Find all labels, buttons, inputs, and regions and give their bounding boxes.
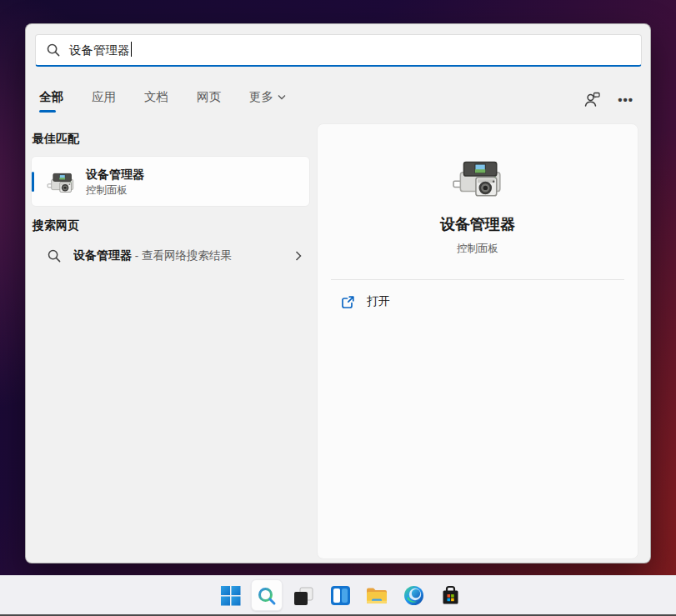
selection-accent-bar [32,172,34,192]
start-button[interactable] [212,576,248,615]
file-explorer-icon [366,586,388,606]
edge-icon [403,585,424,606]
open-action[interactable]: 打开 [341,294,390,309]
search-flyout-panel: 设备管理器 全部 应用 文档 网页 更多 ••• 最佳匹配 [25,23,651,563]
device-manager-icon [452,154,503,199]
preview-subtitle: 控制面板 [318,242,638,256]
best-match-subtitle: 控制面板 [86,183,144,197]
web-search-suffix: - 查看网络搜索结果 [132,249,232,262]
microsoft-store-button[interactable] [432,576,468,615]
chevron-down-icon [278,94,286,100]
windows-start-icon [220,585,241,606]
search-icon [48,249,61,263]
search-tabs: 全部 应用 文档 网页 更多 ••• [38,83,633,116]
ellipsis-icon[interactable]: ••• [618,93,633,107]
search-icon [47,43,60,57]
widgets-button[interactable] [322,576,358,615]
tab-web[interactable]: 网页 [196,86,222,113]
edge-button[interactable] [395,576,432,615]
microsoft-store-icon [440,585,461,606]
search-query-text: 设备管理器 [69,43,130,57]
open-external-icon [341,295,355,309]
tab-more[interactable]: 更多 [248,86,287,113]
web-search-result[interactable]: 设备管理器 - 查看网络搜索结果 [31,239,310,273]
preview-pane: 设备管理器 控制面板 打开 [317,123,638,559]
person-chat-icon[interactable] [583,91,601,108]
file-explorer-button[interactable] [358,576,395,615]
widgets-icon [330,585,351,606]
web-search-query: 设备管理器 [73,248,132,262]
tab-documents[interactable]: 文档 [143,86,169,113]
best-match-heading: 最佳匹配 [33,132,79,147]
search-taskbar-icon [257,586,277,606]
tab-apps[interactable]: 应用 [91,86,117,113]
best-match-title: 设备管理器 [86,166,144,183]
chevron-right-icon [295,251,302,261]
search-button[interactable] [248,576,285,615]
search-input[interactable]: 设备管理器 [35,34,642,67]
preview-title: 设备管理器 [318,214,638,234]
taskbar: 白云一键重装系统 www.baiyunxitong.com [0,575,676,616]
tab-all[interactable]: 全部 [38,86,64,113]
divider [331,279,624,280]
device-manager-icon [47,169,75,194]
task-view-icon [293,586,313,606]
task-view-button[interactable] [285,576,322,615]
taskbar-icon-group [212,576,468,615]
web-search-heading: 搜索网页 [33,218,79,233]
text-caret [131,42,133,57]
open-label: 打开 [367,294,390,309]
best-match-result[interactable]: 设备管理器 控制面板 [31,156,310,207]
active-tab-underline [39,110,56,113]
